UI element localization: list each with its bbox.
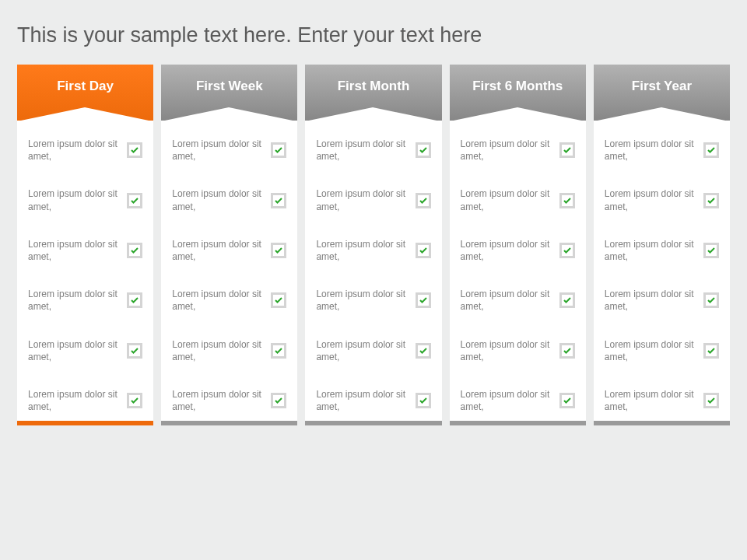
timeline-column: First WeekLorem ipsum dolor sit amet,Lor… [161,65,297,425]
list-item-text: Lorem ipsum dolor sit amet, [28,388,121,413]
list-item-text: Lorem ipsum dolor sit amet, [316,238,409,263]
list-item: Lorem ipsum dolor sit amet, [172,138,286,163]
list-item-text: Lorem ipsum dolor sit amet, [461,288,553,313]
check-icon [703,142,719,158]
list-item: Lorem ipsum dolor sit amet, [28,388,142,413]
column-header: First Day [17,65,153,121]
list-item-text: Lorem ipsum dolor sit amet, [316,138,409,163]
list-item: Lorem ipsum dolor sit amet, [28,288,142,313]
column-body: Lorem ipsum dolor sit amet,Lorem ipsum d… [450,121,586,421]
column-footer-bar [17,421,153,425]
check-icon [271,243,286,258]
list-item-text: Lorem ipsum dolor sit amet, [461,388,553,413]
list-item-text: Lorem ipsum dolor sit amet, [461,187,553,212]
list-item-text: Lorem ipsum dolor sit amet, [28,338,121,363]
list-item: Lorem ipsum dolor sit amet, [461,388,575,413]
list-item: Lorem ipsum dolor sit amet, [172,187,286,212]
list-item: Lorem ipsum dolor sit amet, [316,288,430,313]
check-icon [416,193,431,208]
columns-container: First DayLorem ipsum dolor sit amet,Lore… [0,65,747,425]
list-item-text: Lorem ipsum dolor sit amet, [461,138,553,163]
list-item-text: Lorem ipsum dolor sit amet, [461,238,553,263]
check-icon [416,243,431,258]
check-icon [416,142,431,158]
list-item: Lorem ipsum dolor sit amet, [605,238,719,263]
list-item-text: Lorem ipsum dolor sit amet, [605,138,697,163]
column-footer-bar [161,421,297,425]
check-icon [271,292,286,308]
timeline-column: First YearLorem ipsum dolor sit amet,Lor… [594,65,730,425]
list-item-text: Lorem ipsum dolor sit amet, [316,288,409,313]
column-header: First 6 Months [450,65,586,121]
check-icon [416,393,431,408]
list-item-text: Lorem ipsum dolor sit amet, [28,288,121,313]
list-item: Lorem ipsum dolor sit amet, [461,187,575,212]
check-icon [127,243,142,258]
check-icon [127,292,142,308]
check-icon [127,142,142,158]
check-icon [416,343,431,359]
check-icon [703,292,719,308]
column-footer-bar [305,421,441,425]
check-icon [271,193,286,208]
column-header: First Year [594,65,730,121]
check-icon [127,193,142,208]
list-item: Lorem ipsum dolor sit amet, [316,238,430,263]
check-icon [271,393,286,408]
column-body: Lorem ipsum dolor sit amet,Lorem ipsum d… [305,121,441,421]
list-item: Lorem ipsum dolor sit amet, [316,138,430,163]
check-icon [271,142,286,158]
check-icon [559,142,575,158]
check-icon [703,393,719,408]
check-icon [703,343,719,359]
list-item: Lorem ipsum dolor sit amet, [605,388,719,413]
check-icon [703,243,719,258]
check-icon [703,193,719,208]
list-item-text: Lorem ipsum dolor sit amet, [605,338,697,363]
list-item: Lorem ipsum dolor sit amet, [461,238,575,263]
column-header: First Month [305,65,441,121]
column-footer-bar [450,421,586,425]
list-item: Lorem ipsum dolor sit amet, [28,187,142,212]
list-item-text: Lorem ipsum dolor sit amet, [316,187,409,212]
list-item: Lorem ipsum dolor sit amet, [172,238,286,263]
list-item-text: Lorem ipsum dolor sit amet, [605,187,697,212]
check-icon [559,193,575,208]
check-icon [559,243,575,258]
list-item: Lorem ipsum dolor sit amet, [461,288,575,313]
list-item-text: Lorem ipsum dolor sit amet, [172,388,265,413]
column-body: Lorem ipsum dolor sit amet,Lorem ipsum d… [161,121,297,421]
check-icon [127,343,142,359]
check-icon [559,393,575,408]
list-item-text: Lorem ipsum dolor sit amet, [316,338,409,363]
list-item: Lorem ipsum dolor sit amet, [316,187,430,212]
list-item-text: Lorem ipsum dolor sit amet, [605,238,697,263]
list-item-text: Lorem ipsum dolor sit amet, [28,138,121,163]
column-footer-bar [594,421,730,425]
list-item-text: Lorem ipsum dolor sit amet, [172,187,265,212]
list-item-text: Lorem ipsum dolor sit amet, [28,238,121,263]
check-icon [559,292,575,308]
column-header: First Week [161,65,297,121]
column-body: Lorem ipsum dolor sit amet,Lorem ipsum d… [17,121,153,421]
page-title: This is your sample text here. Enter you… [0,0,747,65]
list-item: Lorem ipsum dolor sit amet, [605,138,719,163]
list-item-text: Lorem ipsum dolor sit amet, [316,388,409,413]
list-item: Lorem ipsum dolor sit amet, [172,388,286,413]
list-item: Lorem ipsum dolor sit amet, [28,138,142,163]
list-item-text: Lorem ipsum dolor sit amet, [461,338,553,363]
list-item-text: Lorem ipsum dolor sit amet, [172,338,265,363]
column-body: Lorem ipsum dolor sit amet,Lorem ipsum d… [594,121,730,421]
list-item: Lorem ipsum dolor sit amet, [461,338,575,363]
list-item: Lorem ipsum dolor sit amet, [28,338,142,363]
list-item: Lorem ipsum dolor sit amet, [316,338,430,363]
list-item: Lorem ipsum dolor sit amet, [605,338,719,363]
timeline-column: First 6 MonthsLorem ipsum dolor sit amet… [450,65,586,425]
check-icon [127,393,142,408]
list-item-text: Lorem ipsum dolor sit amet, [172,238,265,263]
list-item-text: Lorem ipsum dolor sit amet, [605,288,697,313]
list-item: Lorem ipsum dolor sit amet, [172,338,286,363]
check-icon [416,292,431,308]
check-icon [271,343,286,359]
list-item-text: Lorem ipsum dolor sit amet, [605,388,697,413]
